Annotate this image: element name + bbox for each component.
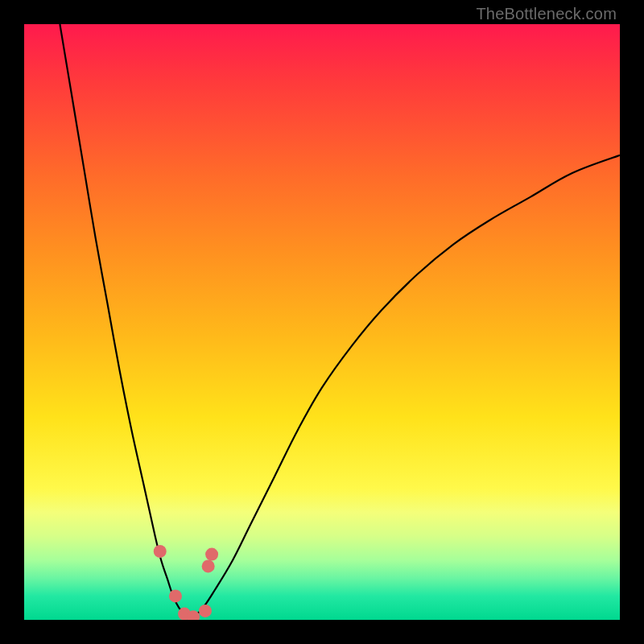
plot-area [24,24,620,620]
data-point [169,589,182,602]
data-point [202,559,215,572]
curve-right-branch [191,155,620,620]
data-points [154,545,218,620]
data-point [199,605,212,617]
chart-svg [24,24,620,620]
credit-label: TheBottleneck.com [476,5,617,23]
curve-left-branch [60,24,191,620]
chart-frame: TheBottleneck.com [0,0,644,644]
data-point [154,545,167,558]
data-point [205,548,218,561]
